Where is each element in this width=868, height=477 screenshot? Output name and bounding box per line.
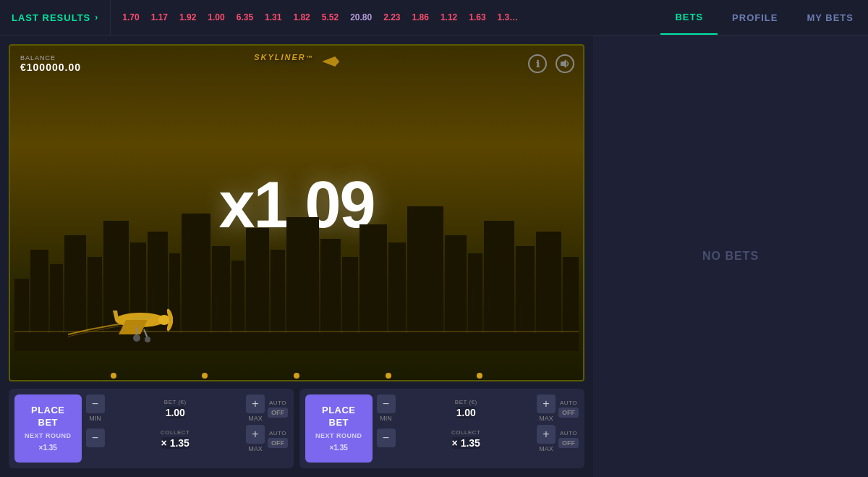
collect-plus-btn-2[interactable]: +	[537, 425, 556, 444]
airplane-icon	[68, 295, 184, 345]
info-icon[interactable]: ℹ	[528, 54, 547, 73]
dot-5	[477, 373, 482, 379]
bet-minus-btn-2[interactable]: −	[377, 394, 396, 413]
collect-plus-btn-1[interactable]: +	[246, 425, 265, 444]
result-item: 1.86	[409, 11, 432, 24]
collect-minus-btn-1[interactable]: −	[86, 429, 105, 447]
bet-auto-label-2: AUTO	[560, 400, 577, 406]
collect-max-label-1: MAX	[248, 445, 263, 452]
bet-auto-label-1: AUTO	[269, 400, 286, 406]
result-item: 1.31	[262, 11, 284, 24]
bet-value-1: 1.00	[166, 407, 185, 418]
svg-point-39	[133, 334, 140, 342]
last-results-button[interactable]: LAST RESULTS ›	[0, 0, 111, 35]
collect-auto-btn-2[interactable]: OFF	[558, 438, 579, 448]
top-bar: LAST RESULTS › 1.701.171.921.006.351.311…	[0, 0, 868, 35]
result-item: 1.82	[290, 11, 312, 24]
bet-label-text-1: BET (€)	[164, 399, 187, 405]
svg-rect-22	[407, 206, 443, 351]
result-item: 20.80	[347, 11, 375, 24]
collect-value-2: × 1.35	[452, 437, 480, 449]
betting-controls: PLACEBET NEXT ROUND ×1.35 − MIN BET (€) …	[9, 389, 584, 468]
result-item: 2.23	[380, 11, 403, 24]
bet-plus-btn-1[interactable]: +	[246, 394, 265, 413]
chevron-icon: ›	[95, 12, 98, 22]
result-item: 1.17	[148, 11, 171, 24]
collect-label-text-2: COLLECT	[451, 429, 480, 436]
bet-auto-btn-2[interactable]: OFF	[558, 408, 579, 418]
svg-rect-17	[286, 217, 319, 351]
svg-marker-34	[113, 311, 119, 320]
bet-value-2: 1.00	[456, 407, 476, 418]
svg-rect-20	[359, 224, 387, 351]
bottom-dots	[10, 373, 583, 379]
place-bet-label: PLACEBET	[31, 405, 65, 429]
result-item: 1.92	[176, 11, 199, 24]
place-bet-button-1[interactable]: PLACEBET NEXT ROUND ×1.35	[14, 394, 82, 463]
svg-rect-12	[182, 214, 210, 351]
speaker-icon	[560, 59, 570, 69]
next-round-label: NEXT ROUND	[315, 432, 362, 441]
main-content: BALANCE €100000.00 SKYLINER™ ℹ	[0, 35, 868, 477]
bet-panel-2: PLACEBET NEXT ROUND ×1.35 − MIN BET (€) …	[299, 389, 584, 468]
nav-tabs: BETSPROFILEMY BETS	[660, 0, 868, 35]
svg-rect-15	[246, 228, 269, 351]
result-item: 1.3…	[495, 11, 522, 24]
result-item: 5.52	[319, 11, 341, 24]
game-logo: SKYLINER™	[254, 53, 339, 69]
result-item: 6.35	[234, 11, 256, 24]
svg-marker-2	[561, 59, 566, 68]
dot-3	[294, 373, 299, 379]
dot-2	[202, 373, 208, 379]
min-label-2: MIN	[380, 415, 392, 422]
logo-text: SKYLINER	[254, 53, 306, 62]
min-label-1: MIN	[89, 415, 101, 422]
collect-max-label-2: MAX	[539, 445, 553, 452]
nav-tab-my-bets[interactable]: MY BETS	[792, 0, 868, 35]
game-canvas: BALANCE €100000.00 SKYLINER™ ℹ	[9, 44, 584, 381]
right-panel: NO BETS	[593, 35, 868, 477]
balance-label: BALANCE	[20, 54, 81, 62]
bet-controls-group-2: − MIN BET (€) 1.00 + MAX AUTO OFF	[377, 394, 579, 463]
result-item: 1.00	[205, 11, 227, 24]
bet-plus-btn-2[interactable]: +	[537, 394, 556, 413]
logo-plane-icon	[322, 56, 339, 67]
result-item: 1.70	[119, 11, 142, 24]
bet-panel-1: PLACEBET NEXT ROUND ×1.35 − MIN BET (€) …	[9, 389, 294, 468]
collect-label-text-1: COLLECT	[161, 429, 190, 436]
collect-auto-label-2: AUTO	[560, 430, 577, 436]
svg-point-41	[145, 337, 150, 342]
result-item: 1.63	[466, 11, 488, 24]
collect-value-1: × 1.35	[161, 437, 190, 449]
balance-display: BALANCE €100000.00	[20, 54, 81, 73]
collect-auto-btn-1[interactable]: OFF	[268, 438, 288, 448]
logo-tm: ™	[306, 54, 314, 62]
game-area: BALANCE €100000.00 SKYLINER™ ℹ	[0, 35, 593, 477]
dot-1	[111, 373, 116, 379]
result-item: 1.12	[438, 11, 460, 24]
no-bets-text: NO BETS	[702, 250, 759, 263]
bet-controls-group-1: − MIN BET (€) 1.00 + MAX AUTO OFF	[86, 394, 288, 463]
bet-auto-btn-1[interactable]: OFF	[268, 408, 288, 418]
collect-minus-btn-2[interactable]: −	[377, 429, 396, 447]
sound-icon[interactable]	[556, 54, 574, 73]
balance-value: €100000.00	[20, 62, 81, 73]
dot-4	[386, 373, 391, 379]
panel-multiplier-small: ×1.35	[39, 443, 57, 452]
next-round-label: NEXT ROUND	[25, 432, 72, 441]
panel-multiplier-small: ×1.35	[330, 443, 348, 452]
place-bet-label: PLACEBET	[322, 405, 356, 429]
place-bet-button-2[interactable]: PLACEBET NEXT ROUND ×1.35	[305, 394, 373, 463]
bet-label-text-2: BET (€)	[455, 399, 477, 405]
max-label-1: MAX	[248, 415, 263, 422]
nav-tab-profile[interactable]: PROFILE	[718, 0, 792, 35]
max-label-2: MAX	[539, 415, 553, 422]
nav-tab-bets[interactable]: BETS	[660, 0, 718, 35]
results-list: 1.701.171.921.006.351.311.825.5220.802.2…	[111, 11, 660, 24]
bet-minus-btn-1[interactable]: −	[86, 394, 105, 413]
collect-auto-label-1: AUTO	[269, 430, 286, 436]
last-results-label: LAST RESULTS	[12, 12, 90, 23]
